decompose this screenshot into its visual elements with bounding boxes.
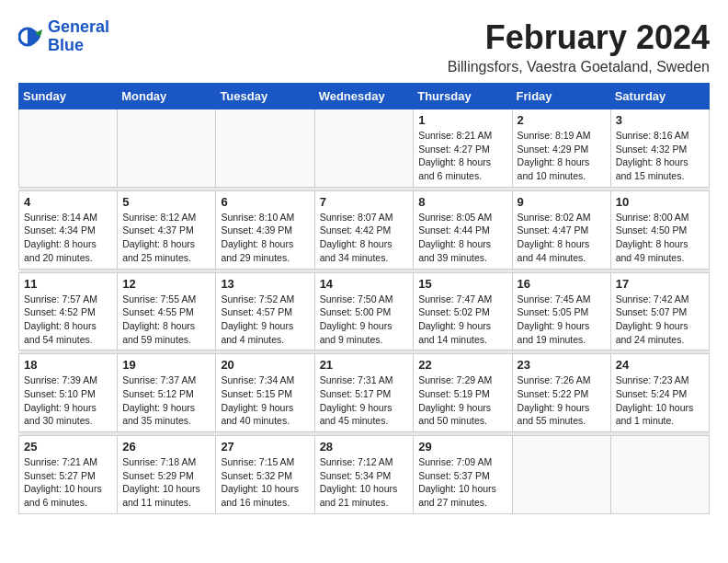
- week-row-4: 18Sunrise: 7:39 AM Sunset: 5:10 PM Dayli…: [19, 354, 710, 432]
- day-cell: [118, 109, 216, 188]
- day-cell: 15Sunrise: 7:47 AM Sunset: 5:02 PM Dayli…: [414, 272, 512, 350]
- day-cell: 19Sunrise: 7:37 AM Sunset: 5:12 PM Dayli…: [118, 354, 216, 432]
- day-header-thursday: Thursday: [414, 84, 512, 109]
- day-cell: 22Sunrise: 7:29 AM Sunset: 5:19 PM Dayli…: [414, 354, 512, 432]
- day-info: Sunrise: 8:19 AM Sunset: 4:29 PM Dayligh…: [518, 129, 606, 183]
- day-info: Sunrise: 7:45 AM Sunset: 5:05 PM Dayligh…: [518, 293, 606, 347]
- day-cell: 17Sunrise: 7:42 AM Sunset: 5:07 PM Dayli…: [610, 272, 709, 350]
- day-number: 5: [122, 195, 210, 209]
- day-info: Sunrise: 7:55 AM Sunset: 4:55 PM Dayligh…: [122, 293, 210, 347]
- day-cell: [314, 109, 414, 188]
- day-info: Sunrise: 7:26 AM Sunset: 5:22 PM Dayligh…: [518, 373, 606, 428]
- day-cell: 12Sunrise: 7:55 AM Sunset: 4:55 PM Dayli…: [118, 272, 216, 350]
- day-number: 11: [24, 277, 112, 291]
- day-cell: [512, 436, 610, 514]
- day-number: 28: [320, 440, 409, 454]
- day-header-sunday: Sunday: [19, 84, 118, 109]
- day-info: Sunrise: 7:12 AM Sunset: 5:34 PM Dayligh…: [320, 455, 409, 510]
- day-header-wednesday: Wednesday: [314, 84, 414, 109]
- day-number: 3: [616, 113, 704, 127]
- day-cell: 6Sunrise: 8:10 AM Sunset: 4:39 PM Daylig…: [216, 190, 314, 269]
- day-info: Sunrise: 7:39 AM Sunset: 5:10 PM Dayligh…: [24, 373, 112, 428]
- day-info: Sunrise: 7:23 AM Sunset: 5:24 PM Dayligh…: [616, 373, 704, 428]
- day-header-monday: Monday: [118, 84, 216, 109]
- day-number: 18: [24, 358, 112, 372]
- day-number: 24: [616, 358, 704, 372]
- day-info: Sunrise: 8:21 AM Sunset: 4:27 PM Dayligh…: [418, 129, 506, 183]
- day-info: Sunrise: 8:02 AM Sunset: 4:47 PM Dayligh…: [518, 211, 606, 265]
- day-info: Sunrise: 7:29 AM Sunset: 5:19 PM Dayligh…: [418, 373, 506, 428]
- day-cell: 16Sunrise: 7:45 AM Sunset: 5:05 PM Dayli…: [512, 272, 610, 350]
- week-row-5: 25Sunrise: 7:21 AM Sunset: 5:27 PM Dayli…: [19, 436, 710, 514]
- day-cell: 14Sunrise: 7:50 AM Sunset: 5:00 PM Dayli…: [314, 272, 414, 350]
- day-number: 9: [518, 195, 606, 209]
- day-info: Sunrise: 7:09 AM Sunset: 5:37 PM Dayligh…: [418, 455, 506, 510]
- day-info: Sunrise: 8:07 AM Sunset: 4:42 PM Dayligh…: [320, 211, 409, 265]
- day-cell: 26Sunrise: 7:18 AM Sunset: 5:29 PM Dayli…: [118, 436, 216, 514]
- day-cell: 8Sunrise: 8:05 AM Sunset: 4:44 PM Daylig…: [414, 190, 512, 269]
- day-info: Sunrise: 7:57 AM Sunset: 4:52 PM Dayligh…: [24, 293, 112, 347]
- day-number: 21: [320, 358, 409, 372]
- day-cell: 18Sunrise: 7:39 AM Sunset: 5:10 PM Dayli…: [19, 354, 118, 432]
- day-info: Sunrise: 7:31 AM Sunset: 5:17 PM Dayligh…: [320, 373, 409, 428]
- day-info: Sunrise: 7:47 AM Sunset: 5:02 PM Dayligh…: [418, 293, 506, 347]
- day-info: Sunrise: 7:34 AM Sunset: 5:15 PM Dayligh…: [221, 373, 309, 428]
- day-number: 2: [518, 113, 606, 127]
- week-row-2: 4Sunrise: 8:14 AM Sunset: 4:34 PM Daylig…: [19, 190, 710, 269]
- day-number: 27: [221, 440, 309, 454]
- logo-line1: General: [48, 18, 109, 37]
- day-cell: 7Sunrise: 8:07 AM Sunset: 4:42 PM Daylig…: [314, 190, 414, 269]
- day-cell: 13Sunrise: 7:52 AM Sunset: 4:57 PM Dayli…: [216, 272, 314, 350]
- day-info: Sunrise: 8:05 AM Sunset: 4:44 PM Dayligh…: [418, 211, 506, 265]
- day-number: 17: [616, 277, 704, 291]
- day-cell: 1Sunrise: 8:21 AM Sunset: 4:27 PM Daylig…: [414, 109, 512, 188]
- day-cell: [610, 436, 709, 514]
- day-header-tuesday: Tuesday: [216, 84, 314, 109]
- day-number: 6: [221, 195, 309, 209]
- day-number: 1: [418, 113, 506, 127]
- header: February 2024 Billingsfors, Vaestra Goet…: [18, 18, 710, 75]
- day-cell: 28Sunrise: 7:12 AM Sunset: 5:34 PM Dayli…: [314, 436, 414, 514]
- day-number: 15: [418, 277, 506, 291]
- day-number: 20: [221, 358, 309, 372]
- day-cell: 29Sunrise: 7:09 AM Sunset: 5:37 PM Dayli…: [414, 436, 512, 514]
- day-number: 4: [24, 195, 112, 209]
- day-info: Sunrise: 8:00 AM Sunset: 4:50 PM Dayligh…: [616, 211, 704, 265]
- day-number: 16: [518, 277, 606, 291]
- day-cell: 11Sunrise: 7:57 AM Sunset: 4:52 PM Dayli…: [19, 272, 118, 350]
- day-cell: 5Sunrise: 8:12 AM Sunset: 4:37 PM Daylig…: [118, 190, 216, 269]
- day-info: Sunrise: 8:10 AM Sunset: 4:39 PM Dayligh…: [221, 211, 309, 265]
- day-number: 23: [518, 358, 606, 372]
- day-number: 13: [221, 277, 309, 291]
- day-cell: 20Sunrise: 7:34 AM Sunset: 5:15 PM Dayli…: [216, 354, 314, 432]
- day-info: Sunrise: 8:16 AM Sunset: 4:32 PM Dayligh…: [616, 129, 704, 183]
- month-year: February 2024: [18, 18, 710, 57]
- day-cell: 24Sunrise: 7:23 AM Sunset: 5:24 PM Dayli…: [610, 354, 709, 432]
- day-number: 10: [616, 195, 704, 209]
- day-cell: [19, 109, 118, 188]
- day-info: Sunrise: 7:18 AM Sunset: 5:29 PM Dayligh…: [122, 455, 210, 510]
- day-number: 19: [122, 358, 210, 372]
- day-cell: [216, 109, 314, 188]
- day-info: Sunrise: 7:15 AM Sunset: 5:32 PM Dayligh…: [221, 455, 309, 510]
- day-number: 12: [122, 277, 210, 291]
- week-row-3: 11Sunrise: 7:57 AM Sunset: 4:52 PM Dayli…: [19, 272, 710, 350]
- logo: General Blue: [18, 18, 109, 55]
- day-info: Sunrise: 7:52 AM Sunset: 4:57 PM Dayligh…: [221, 293, 309, 347]
- day-header-saturday: Saturday: [610, 84, 709, 109]
- day-number: 7: [320, 195, 409, 209]
- day-cell: 23Sunrise: 7:26 AM Sunset: 5:22 PM Dayli…: [512, 354, 610, 432]
- day-cell: 4Sunrise: 8:14 AM Sunset: 4:34 PM Daylig…: [19, 190, 118, 269]
- day-cell: 10Sunrise: 8:00 AM Sunset: 4:50 PM Dayli…: [610, 190, 709, 269]
- day-cell: 3Sunrise: 8:16 AM Sunset: 4:32 PM Daylig…: [610, 109, 709, 188]
- location: Billingsfors, Vaestra Goetaland, Sweden: [18, 59, 710, 75]
- day-info: Sunrise: 7:37 AM Sunset: 5:12 PM Dayligh…: [122, 373, 210, 428]
- day-header-friday: Friday: [512, 84, 610, 109]
- day-cell: 25Sunrise: 7:21 AM Sunset: 5:27 PM Dayli…: [19, 436, 118, 514]
- day-cell: 2Sunrise: 8:19 AM Sunset: 4:29 PM Daylig…: [512, 109, 610, 188]
- calendar: SundayMondayTuesdayWednesdayThursdayFrid…: [18, 83, 710, 514]
- day-number: 26: [122, 440, 210, 454]
- day-info: Sunrise: 7:21 AM Sunset: 5:27 PM Dayligh…: [24, 455, 112, 510]
- day-info: Sunrise: 7:42 AM Sunset: 5:07 PM Dayligh…: [616, 293, 704, 347]
- day-cell: 9Sunrise: 8:02 AM Sunset: 4:47 PM Daylig…: [512, 190, 610, 269]
